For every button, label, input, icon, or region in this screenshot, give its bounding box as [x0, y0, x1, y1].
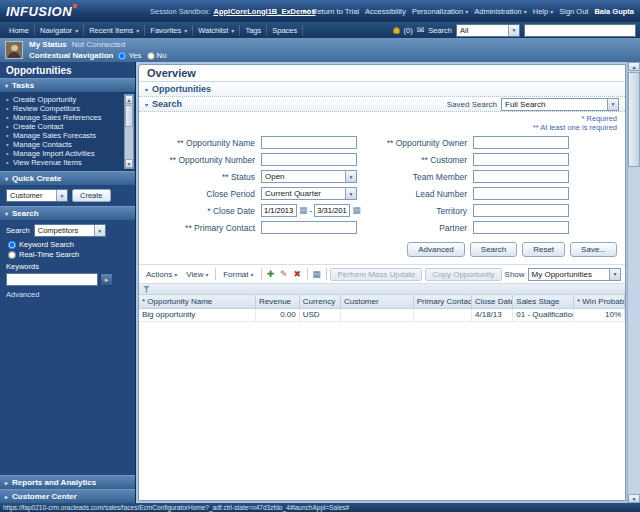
- keyword-search-radio[interactable]: Keyword Search: [8, 240, 129, 249]
- scroll-down-icon[interactable]: ▼: [125, 159, 133, 168]
- primary-contact-input[interactable]: [261, 221, 357, 234]
- content-panel: Overview ▾ Opportunities ▾ Search Saved …: [138, 64, 626, 501]
- search-button[interactable]: Search: [470, 242, 517, 257]
- global-search-input[interactable]: [524, 24, 636, 37]
- opportunity-name-label: ** Opportunity Name: [155, 138, 255, 148]
- my-status-label: My Status: [29, 39, 67, 50]
- realtime-search-radio[interactable]: Real-Time Search: [8, 250, 129, 259]
- notifications-icon[interactable]: [393, 27, 400, 34]
- scroll-down-icon[interactable]: ▼: [628, 494, 640, 503]
- search-section-header[interactable]: ▾ Search Saved Search Full Search ▼: [139, 97, 625, 112]
- menu-favorites[interactable]: Favorites▾: [145, 25, 193, 36]
- lead-number-label: Lead Number: [371, 189, 467, 199]
- opportunities-section-header[interactable]: ▾ Opportunities: [139, 82, 625, 97]
- column-header-win-probability[interactable]: * Win Probability: [573, 295, 624, 308]
- task-link-create-opportunity[interactable]: Create Opportunity: [6, 95, 121, 104]
- delete-icon[interactable]: ✖: [292, 267, 302, 281]
- menu-recent-items[interactable]: Recent Items▾: [84, 25, 145, 36]
- show-select[interactable]: My Opportunities ▼: [528, 268, 621, 281]
- session-sandbox-link[interactable]: ApplCoreLongI1B_ExDemos: [213, 7, 315, 16]
- column-header-close-date[interactable]: Close Date: [472, 295, 513, 308]
- task-link-create-contact[interactable]: Create Contact: [6, 122, 121, 131]
- save-button[interactable]: Save...: [570, 242, 617, 257]
- perform-mass-update-button[interactable]: Perform Mass Update: [330, 268, 422, 281]
- menu-spaces[interactable]: Spaces: [267, 25, 303, 36]
- calendar-icon[interactable]: ▦: [352, 206, 361, 215]
- advanced-button[interactable]: Advanced: [407, 242, 465, 257]
- sidebar-search-scope-select[interactable]: Competitors ▼: [34, 224, 106, 237]
- column-header-sales-stage[interactable]: Sales Stage: [513, 295, 574, 308]
- format-menu[interactable]: Format▾: [220, 270, 256, 279]
- task-link-manage-import-activities[interactable]: Manage Import Activities: [6, 149, 121, 158]
- menu-watchlist[interactable]: Watchlist▾: [193, 25, 240, 36]
- results-table: * Opportunity Name Revenue Currency Cust…: [139, 295, 625, 322]
- quick-create-panel-header[interactable]: ▾ Quick Create: [0, 171, 135, 185]
- user-avatar[interactable]: [5, 41, 23, 59]
- contextual-yes-radio[interactable]: Yes: [118, 50, 141, 61]
- accessibility-link[interactable]: Accessibility: [365, 7, 406, 16]
- reset-button[interactable]: Reset: [522, 242, 565, 257]
- task-link-manage-sales-references[interactable]: Manage Sales References: [6, 113, 121, 122]
- team-member-input[interactable]: [473, 170, 569, 183]
- view-menu[interactable]: View▾: [183, 270, 211, 279]
- create-icon[interactable]: ✚: [265, 267, 275, 281]
- customer-center-panel[interactable]: ▸ Customer Center: [0, 489, 135, 503]
- task-link-view-revenue-items[interactable]: View Revenue Items: [6, 158, 121, 167]
- menu-home[interactable]: Home: [4, 25, 35, 36]
- actions-menu[interactable]: Actions▾: [143, 270, 180, 279]
- scrollbar-thumb[interactable]: [628, 72, 640, 167]
- task-link-manage-contacts[interactable]: Manage Contacts: [6, 140, 121, 149]
- menu-tags[interactable]: Tags: [240, 25, 267, 36]
- contextual-no-radio[interactable]: No: [147, 50, 167, 61]
- filter-icon[interactable]: [143, 286, 150, 293]
- column-header-opportunity-name[interactable]: * Opportunity Name: [139, 295, 256, 308]
- task-link-manage-sales-forecasts[interactable]: Manage Sales Forecasts: [6, 131, 121, 140]
- status-select[interactable]: Open ▼: [261, 170, 357, 183]
- opportunity-number-input[interactable]: [261, 153, 357, 166]
- table-row[interactable]: Big opportunity 0.00 USD 4/18/13 01 - Qu…: [139, 308, 625, 321]
- sign-out-link[interactable]: Sign Out: [559, 7, 588, 16]
- task-link-review-competitors[interactable]: Review Competitors: [6, 104, 121, 113]
- edit-icon[interactable]: ✎: [279, 267, 289, 281]
- territory-input[interactable]: [473, 204, 569, 217]
- main-scrollbar[interactable]: ▲ ▼: [627, 62, 640, 503]
- search-panel-header[interactable]: ▾ Search: [0, 206, 135, 220]
- close-date-to-input[interactable]: [314, 204, 350, 217]
- mail-icon[interactable]: ✉: [417, 25, 425, 35]
- chevron-down-icon: ▾: [5, 210, 8, 217]
- partner-input[interactable]: [473, 221, 569, 234]
- search-scope-select[interactable]: All ▼: [456, 24, 520, 37]
- menu-navigator[interactable]: Navigator▾: [35, 25, 84, 36]
- close-date-from-input[interactable]: [261, 204, 297, 217]
- sidebar-advanced-link[interactable]: Advanced: [6, 290, 39, 299]
- reports-and-analytics-panel[interactable]: ▸ Reports and Analytics: [0, 475, 135, 489]
- help-menu[interactable]: Help▾: [533, 7, 553, 16]
- detach-icon[interactable]: ▦: [311, 267, 322, 281]
- column-header-revenue[interactable]: Revenue: [256, 295, 300, 308]
- customer-input[interactable]: [473, 153, 569, 166]
- administration-menu[interactable]: Administration▾: [474, 7, 527, 16]
- tasks-panel-header[interactable]: ▾ Tasks: [0, 78, 135, 92]
- calendar-icon[interactable]: ▦: [299, 206, 308, 215]
- keywords-input[interactable]: [6, 273, 98, 286]
- quick-create-button[interactable]: Create: [72, 189, 111, 202]
- column-header-currency[interactable]: Currency: [299, 295, 340, 308]
- scrollbar-thumb[interactable]: [125, 105, 133, 127]
- query-by-example-row[interactable]: [139, 284, 625, 295]
- tasks-scrollbar[interactable]: ▲ ▼: [124, 94, 134, 169]
- scroll-up-icon[interactable]: ▲: [125, 95, 133, 104]
- global-header: INFUSION Session Sandbox:ApplCoreLongI1B…: [0, 0, 640, 22]
- opportunity-owner-input[interactable]: [473, 136, 569, 149]
- column-header-customer[interactable]: Customer: [340, 295, 413, 308]
- quick-create-type-select[interactable]: Customer ▼: [6, 189, 68, 202]
- close-period-select[interactable]: Current Quarter ▼: [261, 187, 357, 200]
- opportunity-name-input[interactable]: [261, 136, 357, 149]
- keyword-search-go-button[interactable]: ▸: [100, 273, 113, 286]
- cell-opportunity-name[interactable]: Big opportunity: [139, 308, 256, 321]
- copy-opportunity-button[interactable]: Copy Opportunity: [425, 268, 501, 281]
- column-header-primary-contact[interactable]: Primary Contact: [413, 295, 471, 308]
- personalization-menu[interactable]: Personalization▾: [412, 7, 468, 16]
- scroll-up-icon[interactable]: ▲: [628, 62, 640, 71]
- lead-number-input[interactable]: [473, 187, 569, 200]
- saved-search-select[interactable]: Full Search ▼: [501, 98, 619, 111]
